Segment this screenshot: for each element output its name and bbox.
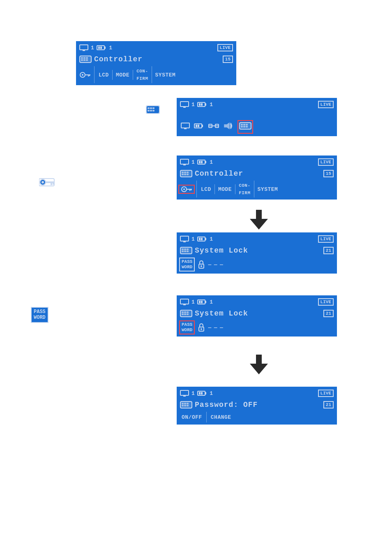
battery-icon-p3 [197, 159, 207, 165]
dash-2-p5: — [214, 325, 217, 331]
svg-rect-98 [182, 313, 184, 315]
svg-rect-33 [184, 128, 187, 129]
svg-rect-76 [199, 238, 201, 240]
svg-rect-112 [187, 403, 189, 404]
page-badge-p5: 21 [323, 310, 334, 317]
panel2-icons-row [178, 118, 336, 135]
svg-rect-58 [199, 161, 201, 163]
svg-rect-52 [51, 183, 52, 185]
svg-rect-97 [187, 311, 189, 313]
svg-rect-89 [183, 304, 186, 305]
svg-rect-0 [80, 45, 88, 50]
svg-rect-8 [83, 57, 85, 59]
svg-rect-36 [198, 125, 199, 127]
menu-system[interactable]: SYSTEM [152, 70, 179, 80]
battery-icon-p2 [197, 102, 207, 107]
svg-rect-19 [148, 107, 150, 109]
menu-lcd[interactable]: LCD [95, 70, 113, 80]
panel5-row3: PASSWORD — — — [178, 319, 336, 336]
panel2-spacer [178, 110, 336, 118]
live-badge-p6: LIVE [318, 390, 334, 397]
screen-icon-p2 [180, 101, 189, 108]
panel6-row3: ON/OFF CHANGE [178, 411, 336, 424]
icon-controller-selected[interactable] [238, 120, 253, 134]
side-password-label: PASSWORD [31, 307, 48, 323]
svg-rect-73 [180, 236, 189, 241]
page-badge-p3: 15 [323, 170, 334, 177]
menu-onoff[interactable]: ON/OFF [178, 412, 207, 422]
side-key-icon [39, 178, 55, 187]
svg-rect-37 [202, 125, 203, 127]
svg-rect-11 [83, 59, 85, 61]
svg-rect-115 [187, 405, 189, 406]
system-lock-title-p4: System Lock [195, 246, 248, 255]
page-badge-p6: 21 [323, 401, 334, 408]
svg-rect-100 [187, 313, 189, 315]
screen-number: 1 [91, 45, 94, 51]
svg-rect-60 [205, 161, 206, 163]
icon-battery-sel [194, 123, 204, 131]
arrow-2 [250, 355, 268, 374]
menu-system-p3[interactable]: SYSTEM [254, 184, 281, 194]
svg-rect-95 [182, 311, 184, 313]
live-badge-p4: LIVE [318, 235, 334, 243]
screen-icon-p5 [180, 299, 189, 305]
svg-rect-84 [184, 251, 186, 252]
dash-3-p4: — [220, 262, 223, 268]
svg-rect-63 [184, 172, 186, 173]
svg-rect-81 [184, 248, 186, 250]
panel5-row2: System Lock 21 [178, 308, 336, 319]
menu-change[interactable]: CHANGE [207, 412, 235, 422]
side-controller-icon [146, 105, 160, 117]
controller-title: Controller [94, 55, 143, 63]
svg-rect-64 [187, 172, 189, 173]
svg-rect-93 [205, 301, 206, 303]
live-badge: LIVE [217, 44, 233, 51]
live-badge-p2: LIVE [318, 101, 334, 108]
screen-num-p4: 1 [191, 236, 195, 242]
panel-3: 1 1 LIVE Controller [177, 155, 337, 200]
menu-mode-p3[interactable]: MODE [215, 184, 235, 194]
svg-rect-110 [182, 403, 184, 404]
dash-1-p5: — [208, 325, 211, 331]
panel6-row2: Password: OFF 21 [178, 399, 336, 411]
screen-icon [79, 44, 88, 51]
svg-rect-78 [205, 238, 206, 240]
password-label-selected-p5[interactable]: PASSWORD [179, 320, 195, 334]
panel4-row2: System Lock 21 [178, 245, 336, 256]
icon-cable-sel [208, 123, 219, 131]
controller-icon-p3 [180, 169, 192, 178]
panel-2: 1 1 LIVE [177, 98, 337, 136]
menu-lcd-p3[interactable]: LCD [198, 184, 215, 194]
menu-confirm-p3[interactable]: CON-FIRM [235, 181, 254, 197]
system-lock-title-p5: System Lock [195, 309, 248, 318]
battery-icon-p6 [197, 390, 207, 396]
svg-rect-4 [100, 46, 102, 49]
svg-rect-5 [104, 46, 106, 49]
icon-screen-sel [181, 123, 190, 131]
lock-icon-p4 [197, 260, 205, 269]
battery-num-p3: 1 [210, 159, 213, 165]
panel1-row3: LCD MODE CON-FIRM SYSTEM [77, 65, 235, 84]
panel6-row1: 1 1 LIVE [178, 388, 336, 399]
dash-3-p5: — [220, 325, 223, 331]
screen-icon-p3 [180, 159, 189, 165]
menu-confirm[interactable]: CON-FIRM [133, 66, 152, 83]
svg-rect-44 [243, 124, 245, 125]
svg-rect-46 [241, 126, 243, 128]
panel-6: 1 1 LIVE Password: OFF [177, 387, 337, 425]
svg-rect-114 [184, 405, 186, 406]
svg-rect-20 [150, 107, 152, 109]
menu-mode[interactable]: MODE [113, 70, 133, 80]
key-icon-p1 [79, 71, 91, 79]
dash-2-p4: — [214, 262, 217, 268]
key-icon-p3-selected [181, 186, 192, 193]
screen-icon-p4 [180, 236, 189, 242]
svg-point-102 [201, 328, 202, 330]
controller-icon-p4 [180, 246, 192, 255]
svg-rect-51 [46, 181, 55, 183]
svg-rect-80 [182, 248, 184, 250]
icon-speaker-sel [224, 122, 233, 132]
svg-rect-7 [81, 57, 83, 59]
svg-rect-108 [205, 392, 206, 395]
